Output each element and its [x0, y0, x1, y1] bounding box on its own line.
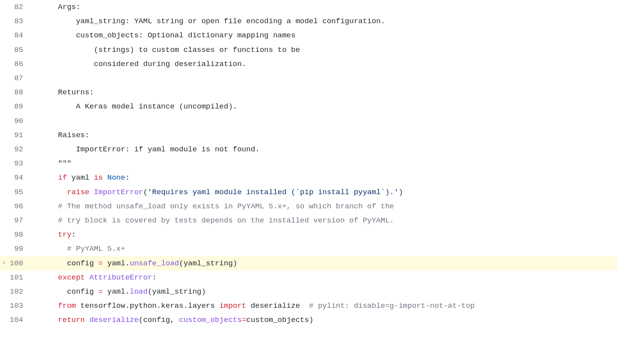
line-number[interactable]: 82: [8, 0, 31, 14]
code-line[interactable]: 93 """: [0, 156, 617, 171]
code-line[interactable]: 103 from tensorflow.python.keras.layers …: [0, 299, 617, 313]
line-number[interactable]: 89: [8, 99, 31, 114]
code-content[interactable]: Raises:: [31, 128, 617, 142]
code-content[interactable]: # The method unsafe_load only exists in …: [31, 199, 617, 213]
code-line[interactable]: 86 considered during deserialization.: [0, 57, 617, 71]
line-number[interactable]: 102: [8, 285, 31, 299]
code-content[interactable]: (strings) to custom classes or functions…: [31, 43, 617, 57]
code-content[interactable]: custom_objects: Optional dictionary mapp…: [31, 28, 617, 42]
code-line[interactable]: 91 Raises:: [0, 128, 617, 142]
token-text: [40, 245, 67, 253]
gutter-marker: •: [0, 256, 8, 270]
line-number[interactable]: 103: [8, 299, 31, 313]
line-number[interactable]: 85: [8, 43, 31, 57]
code-line[interactable]: 85 (strings) to custom classes or functi…: [0, 43, 617, 57]
line-number[interactable]: 84: [8, 28, 31, 42]
code-line[interactable]: 88 Returns:: [0, 85, 617, 99]
line-number[interactable]: 94: [8, 171, 31, 185]
token-str: 'Requires yaml module installed (`pip in…: [148, 188, 399, 197]
code-line[interactable]: 96 # The method unsafe_load only exists …: [0, 199, 617, 213]
token-kw: =: [98, 287, 103, 296]
token-text: custom_objects: Optional dictionary mapp…: [40, 31, 296, 40]
token-func: custom_objects: [179, 316, 242, 324]
code-line[interactable]: 104 return deserialize(config, custom_ob…: [0, 313, 617, 327]
token-text: [40, 230, 58, 239]
code-content[interactable]: ImportError: if yaml module is not found…: [31, 142, 617, 156]
code-content[interactable]: try:: [31, 228, 617, 242]
line-number[interactable]: 88: [8, 85, 31, 99]
token-kw: is: [94, 173, 103, 182]
code-content[interactable]: if yaml is None:: [31, 171, 617, 185]
code-content[interactable]: return deserialize(config, custom_object…: [31, 313, 617, 327]
line-number[interactable]: 97: [8, 213, 31, 228]
code-line[interactable]: 95 raise ImportError('Requires yaml modu…: [0, 185, 617, 199]
token-text: [89, 188, 94, 197]
code-line[interactable]: 97 # try block is covered by tests depen…: [0, 213, 617, 228]
code-content[interactable]: Args:: [31, 0, 617, 14]
code-line[interactable]: 89 A Keras model instance (uncompiled).: [0, 99, 617, 114]
code-line[interactable]: •100 config = yaml.unsafe_load(yaml_stri…: [0, 256, 617, 270]
code-line[interactable]: 83 yaml_string: YAML string or open file…: [0, 14, 617, 28]
code-line[interactable]: 90: [0, 114, 617, 128]
line-number[interactable]: 86: [8, 57, 31, 71]
code-content[interactable]: from tensorflow.python.keras.layers impo…: [31, 299, 617, 313]
line-number[interactable]: 92: [8, 142, 31, 156]
code-content[interactable]: config = yaml.load(yaml_string): [31, 285, 617, 299]
token-text: tensorflow.python.keras.layers: [76, 301, 219, 310]
gutter-marker: [0, 242, 8, 256]
gutter-marker: [0, 171, 8, 185]
line-number[interactable]: 93: [8, 156, 31, 171]
line-number[interactable]: 104: [8, 313, 31, 327]
gutter-marker: [0, 128, 8, 142]
code-line[interactable]: 87: [0, 71, 617, 85]
code-content[interactable]: raise ImportError('Requires yaml module …: [31, 185, 617, 199]
line-number[interactable]: 100: [8, 256, 31, 270]
token-kw: raise: [67, 188, 89, 197]
code-line[interactable]: 102 config = yaml.load(yaml_string): [0, 285, 617, 299]
code-line[interactable]: 84 custom_objects: Optional dictionary m…: [0, 28, 617, 42]
token-text: :: [72, 230, 76, 239]
line-number[interactable]: 101: [8, 270, 31, 285]
token-kw: from: [58, 301, 76, 310]
code-content[interactable]: config = yaml.unsafe_load(yaml_string): [31, 256, 617, 270]
code-line[interactable]: 82 Args:: [0, 0, 617, 14]
code-content[interactable]: except AttributeError:: [31, 270, 617, 285]
line-number[interactable]: 91: [8, 128, 31, 142]
code-line[interactable]: 99 # PyYAML 5.x+: [0, 242, 617, 256]
code-line[interactable]: 92 ImportError: if yaml module is not fo…: [0, 142, 617, 156]
token-kw: import: [219, 301, 246, 310]
token-text: :: [152, 273, 156, 282]
token-text: custom_objects): [246, 316, 314, 324]
token-kw: if: [58, 173, 67, 182]
line-number[interactable]: 98: [8, 228, 31, 242]
token-func: deserialize: [89, 316, 138, 324]
gutter-marker: [0, 0, 8, 14]
code-line[interactable]: 101 except AttributeError:: [0, 270, 617, 285]
code-content[interactable]: # try block is covered by tests depends …: [31, 213, 617, 228]
token-comment: # pylint: disable=g-import-not-at-top: [309, 301, 475, 310]
token-text: yaml_string: YAML string or open file en…: [40, 17, 385, 26]
code-editor[interactable]: 82 Args:83 yaml_string: YAML string or o…: [0, 0, 617, 327]
line-number[interactable]: 95: [8, 185, 31, 199]
code-line[interactable]: 98 try:: [0, 228, 617, 242]
code-content[interactable]: """: [31, 156, 617, 171]
line-number[interactable]: 99: [8, 242, 31, 256]
code-content[interactable]: # PyYAML 5.x+: [31, 242, 617, 256]
code-content[interactable]: A Keras model instance (uncompiled).: [31, 99, 617, 114]
token-text: considered during deserialization.: [40, 60, 246, 68]
code-content[interactable]: [31, 71, 617, 85]
line-number[interactable]: 87: [8, 71, 31, 85]
line-number[interactable]: 83: [8, 14, 31, 28]
line-number[interactable]: 96: [8, 199, 31, 213]
code-line[interactable]: 94 if yaml is None:: [0, 171, 617, 185]
code-content[interactable]: yaml_string: YAML string or open file en…: [31, 14, 617, 28]
line-number[interactable]: 90: [8, 114, 31, 128]
token-kw: =: [98, 259, 103, 268]
code-content[interactable]: [31, 114, 617, 128]
code-content[interactable]: considered during deserialization.: [31, 57, 617, 71]
gutter-marker: [0, 313, 8, 327]
token-text: [85, 316, 89, 324]
token-func: load: [130, 287, 148, 296]
token-text: [40, 173, 58, 182]
code-content[interactable]: Returns:: [31, 85, 617, 99]
